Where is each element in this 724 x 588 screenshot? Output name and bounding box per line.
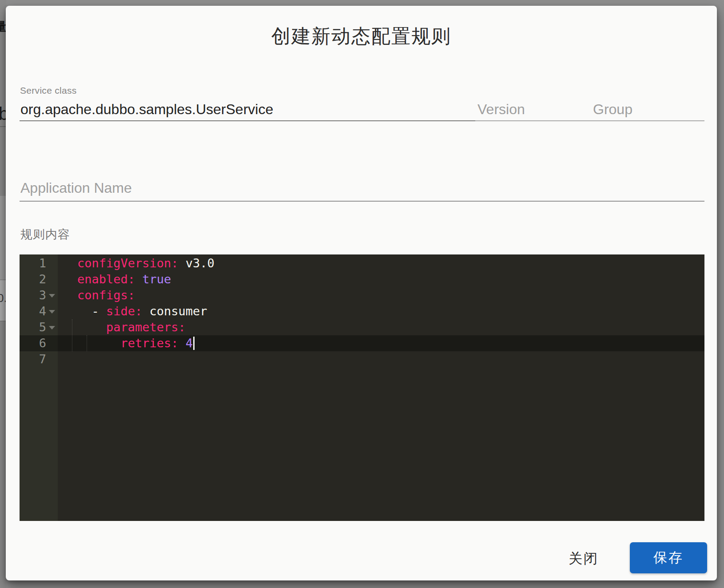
group-field[interactable] xyxy=(591,85,704,121)
version-input[interactable] xyxy=(475,101,591,119)
indent-guide xyxy=(72,319,72,351)
background-divider xyxy=(0,126,6,127)
editor-line[interactable]: 7 xyxy=(20,351,704,367)
version-field[interactable] xyxy=(475,85,591,121)
line-number: 4 xyxy=(20,303,46,319)
code-text: enabled: true xyxy=(77,271,171,287)
yaml-code-editor[interactable]: 1configVersion: v3.02enabled: true3confi… xyxy=(20,254,704,521)
fold-caret-icon[interactable] xyxy=(49,294,55,298)
background-block xyxy=(0,321,6,588)
editor-line[interactable]: 1configVersion: v3.0 xyxy=(20,255,704,271)
code-text: retries: 4 xyxy=(77,335,195,351)
fold-caret-icon[interactable] xyxy=(49,326,55,330)
background-divider xyxy=(0,321,6,322)
application-name-field[interactable] xyxy=(20,164,704,202)
fold-caret-icon[interactable] xyxy=(49,310,55,314)
editor-lines: 1configVersion: v3.02enabled: true3confi… xyxy=(20,255,704,367)
create-rule-dialog: 创建新动态配置规则 Service class 规则内容 1configVers… xyxy=(6,6,717,580)
code-text: configs: xyxy=(77,287,135,303)
editor-line[interactable]: 2enabled: true xyxy=(20,271,704,287)
close-button[interactable]: 关闭 xyxy=(555,548,613,569)
line-number: 3 xyxy=(20,287,46,303)
text-cursor xyxy=(193,337,195,350)
save-button[interactable]: 保存 xyxy=(630,542,707,573)
service-class-input[interactable] xyxy=(20,101,475,119)
background-text-fragment: 量 xyxy=(0,19,6,35)
code-text: configVersion: v3.0 xyxy=(77,255,215,271)
line-number: 6 xyxy=(20,335,46,351)
rule-content-label: 规则内容 xyxy=(20,226,70,242)
code-text: - side: consumer xyxy=(77,303,207,319)
editor-line[interactable]: 5 parameters: xyxy=(20,319,704,335)
code-text: parameters: xyxy=(77,319,186,335)
background-text-fragment: b xyxy=(0,104,6,124)
background-divider xyxy=(0,279,6,280)
service-fields-row: Service class xyxy=(20,85,704,121)
application-name-input[interactable] xyxy=(20,180,704,201)
background-text-fragment: 0. xyxy=(0,291,6,305)
editor-line[interactable]: 6 retries: 4 xyxy=(20,335,704,351)
service-class-field[interactable]: Service class xyxy=(20,85,475,121)
line-number: 1 xyxy=(20,255,46,271)
background-page-strip: 量 b 0. xyxy=(0,0,6,588)
line-number: 2 xyxy=(20,271,46,287)
service-class-label: Service class xyxy=(20,85,77,96)
background-block xyxy=(0,196,6,280)
editor-line[interactable]: 4 - side: consumer xyxy=(20,303,704,319)
group-input[interactable] xyxy=(591,101,704,119)
editor-line[interactable]: 3configs: xyxy=(20,287,704,303)
line-number: 5 xyxy=(20,319,46,335)
indent-guide xyxy=(87,335,87,351)
dialog-title: 创建新动态配置规则 xyxy=(6,24,717,49)
line-number: 7 xyxy=(20,351,46,367)
